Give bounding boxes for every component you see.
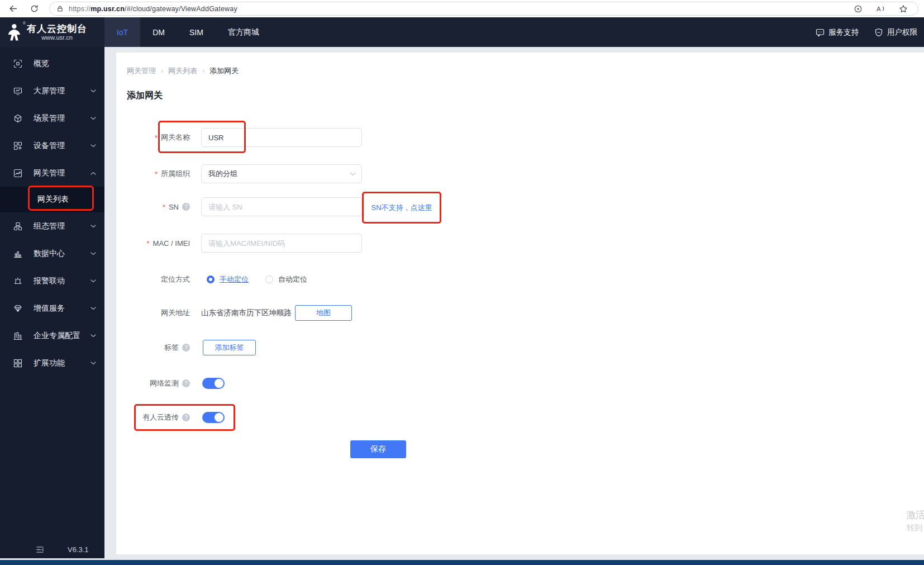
- chat-icon: [816, 28, 825, 37]
- chevron-down-icon: [91, 362, 96, 365]
- form-row-gateway-name: *网关名称: [116, 128, 362, 147]
- sidebar-item-extensions[interactable]: 扩展功能: [0, 349, 104, 377]
- topology-icon: [13, 222, 22, 231]
- breadcrumb-separator: ›: [161, 67, 163, 75]
- sidebar-item-label: 增值服务: [34, 303, 91, 314]
- chevron-down-icon: [91, 252, 96, 255]
- svg-text:A: A: [877, 6, 881, 12]
- sidebar-item-label: 网关管理: [34, 168, 91, 178]
- radio-manual-location-label[interactable]: 手动定位: [220, 274, 249, 284]
- sidebar-item-value-added[interactable]: 增值服务: [0, 295, 104, 322]
- sidebar-item-label: 场景管理: [34, 113, 91, 124]
- browser-toolbar: https://mp.usr.cn/#/cloud/gateway/ViewAd…: [0, 0, 924, 17]
- form-row-network-monitor: 网络监测?: [116, 374, 225, 393]
- organization-select[interactable]: 我的分组: [201, 164, 362, 183]
- cloud-passthrough-toggle[interactable]: [202, 412, 225, 423]
- radio-manual-location[interactable]: [207, 276, 215, 283]
- logo[interactable]: ® 有人云控制台 www.usr.cn: [0, 17, 104, 47]
- add-tag-button[interactable]: 添加标签: [203, 340, 256, 355]
- sidebar-item-enterprise-config[interactable]: 企业专属配置: [0, 322, 104, 349]
- collapse-sidebar-icon[interactable]: [36, 546, 44, 553]
- lock-icon: [56, 5, 64, 12]
- taskbar-edge: [0, 560, 924, 565]
- tab-dm[interactable]: DM: [140, 17, 177, 47]
- alarm-icon: [13, 277, 22, 286]
- geolocation-icon[interactable]: [854, 4, 863, 13]
- activation-watermark-line2: 转到: [907, 523, 922, 533]
- cloud-passthrough-label: 有人云透传: [142, 412, 179, 422]
- sidebar-item-gateway-list[interactable]: 网关列表: [0, 187, 104, 212]
- app-title: 有人云控制台: [27, 23, 87, 34]
- chevron-down-icon: [91, 89, 96, 93]
- user-permission-button[interactable]: 用户权限: [874, 27, 917, 37]
- address-label: 网关地址: [161, 308, 190, 318]
- service-support-button[interactable]: 服务支持: [816, 27, 859, 37]
- sn-input[interactable]: [201, 197, 362, 216]
- sidebar-nav: 概览 大屏管理 场景管理 设备管理 网关管理 网关列表 组态管理 数据中心 报警…: [0, 47, 104, 558]
- sidebar-item-data-center[interactable]: 数据中心: [0, 240, 104, 267]
- chevron-down-icon: [91, 117, 96, 120]
- required-mark: *: [146, 239, 149, 248]
- breadcrumb-gateway-list[interactable]: 网关列表: [168, 66, 197, 76]
- extend-icon: [13, 359, 22, 368]
- help-icon[interactable]: ?: [182, 414, 190, 421]
- sidebar-item-label: 扩展功能: [34, 358, 91, 368]
- sidebar-subitem-label: 网关列表: [37, 194, 69, 205]
- overview-icon: [13, 59, 22, 68]
- url-domain: mp.usr.cn: [91, 5, 125, 13]
- gateway-name-input[interactable]: [201, 128, 362, 147]
- required-mark: *: [155, 134, 158, 142]
- mac-imei-label: MAC / IMEI: [153, 239, 190, 248]
- shield-icon: [874, 28, 883, 37]
- mac-imei-input[interactable]: [201, 234, 362, 253]
- form-row-organization: *所属组织 我的分组: [116, 164, 362, 183]
- sidebar-item-topology-mgmt[interactable]: 组态管理: [0, 212, 104, 240]
- form-row-tags: 标签? 添加标签: [116, 338, 256, 357]
- sidebar-item-label: 设备管理: [34, 141, 91, 151]
- help-icon[interactable]: ?: [182, 344, 190, 352]
- back-arrow-icon: [8, 4, 18, 13]
- sidebar-item-alarm-linkage[interactable]: 报警联动: [0, 267, 104, 295]
- tab-official-mall[interactable]: 官方商城: [216, 17, 272, 47]
- screen-icon: [13, 87, 22, 96]
- network-monitor-toggle[interactable]: [202, 378, 225, 389]
- radio-auto-location[interactable]: [265, 276, 273, 283]
- sidebar-item-device-mgmt[interactable]: 设备管理: [0, 132, 104, 159]
- read-aloud-icon[interactable]: A: [876, 4, 885, 13]
- form-row-mac-imei: *MAC / IMEI: [116, 234, 362, 253]
- service-support-label: 服务支持: [828, 27, 859, 37]
- sidebar-item-gateway-mgmt[interactable]: 网关管理: [0, 159, 104, 187]
- network-monitor-label: 网络监测: [150, 378, 179, 388]
- chevron-down-icon: [91, 144, 96, 148]
- map-button[interactable]: 地图: [295, 305, 352, 321]
- refresh-icon: [30, 4, 39, 13]
- breadcrumb-gateway-mgmt[interactable]: 网关管理: [127, 66, 156, 76]
- app-subtitle: www.usr.cn: [41, 34, 73, 41]
- sn-label: SN: [169, 203, 179, 211]
- breadcrumb-separator: ›: [202, 67, 204, 75]
- organization-selected-value: 我的分组: [208, 169, 237, 179]
- chevron-up-icon: [91, 172, 96, 175]
- sidebar-item-screen-mgmt[interactable]: 大屏管理: [0, 77, 104, 105]
- sn-not-supported-link[interactable]: SN不支持，点这里: [371, 203, 432, 213]
- tab-sim[interactable]: SIM: [177, 17, 216, 47]
- form-row-sn: *SN?: [116, 197, 362, 216]
- browser-refresh-button[interactable]: [26, 1, 42, 17]
- gateway-name-label: 网关名称: [161, 132, 190, 143]
- help-icon[interactable]: ?: [182, 203, 190, 211]
- user-permission-label: 用户权限: [887, 27, 917, 37]
- browser-back-button[interactable]: [4, 1, 21, 17]
- url-text: https://mp.usr.cn/#/cloud/gateway/ViewAd…: [69, 5, 854, 13]
- sidebar-item-overview[interactable]: 概览: [0, 50, 104, 77]
- url-path: /#/cloud/gateway/ViewAddGateway: [125, 5, 237, 13]
- favorite-star-icon[interactable]: [899, 4, 908, 13]
- help-icon[interactable]: ?: [182, 379, 190, 387]
- radio-auto-location-label[interactable]: 自动定位: [278, 274, 307, 284]
- url-scheme: https://: [69, 5, 91, 13]
- address-bar[interactable]: https://mp.usr.cn/#/cloud/gateway/ViewAd…: [49, 2, 918, 16]
- chevron-down-icon: [91, 279, 96, 283]
- tags-label: 标签: [164, 343, 179, 353]
- sidebar-item-scene-mgmt[interactable]: 场景管理: [0, 105, 104, 132]
- tab-iot[interactable]: IoT: [104, 17, 140, 47]
- save-button[interactable]: 保存: [350, 440, 406, 458]
